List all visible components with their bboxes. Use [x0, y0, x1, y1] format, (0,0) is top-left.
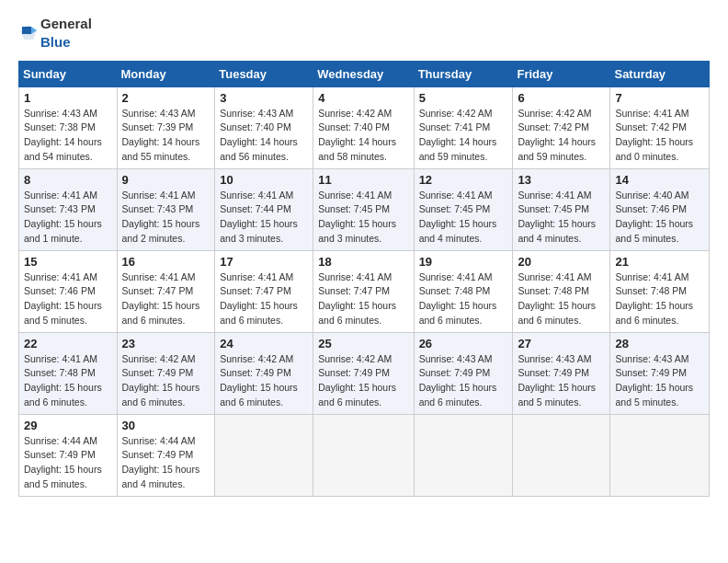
calendar-week-5: 29Sunrise: 4:44 AM Sunset: 7:49 PM Dayli… — [19, 414, 710, 496]
logo: General Blue — [18, 15, 92, 52]
calendar-cell: 20Sunrise: 4:41 AM Sunset: 7:48 PM Dayli… — [513, 250, 610, 332]
day-number: 8 — [24, 173, 112, 187]
day-number: 25 — [318, 337, 408, 350]
day-number: 20 — [518, 255, 605, 269]
day-number: 7 — [615, 91, 704, 105]
calendar-cell: 16Sunrise: 4:41 AM Sunset: 7:47 PM Dayli… — [117, 250, 215, 332]
header-thursday: Thursday — [414, 61, 513, 86]
header-tuesday: Tuesday — [215, 61, 313, 86]
day-info: Sunrise: 4:41 AM Sunset: 7:47 PM Dayligh… — [318, 270, 408, 328]
day-info: Sunrise: 4:42 AM Sunset: 7:40 PM Dayligh… — [318, 107, 408, 165]
day-number: 12 — [419, 173, 508, 187]
calendar-cell — [414, 414, 513, 496]
calendar-header-row: SundayMondayTuesdayWednesdayThursdayFrid… — [19, 61, 710, 86]
day-number: 24 — [220, 337, 308, 350]
day-info: Sunrise: 4:41 AM Sunset: 7:43 PM Dayligh… — [24, 189, 112, 247]
calendar-cell: 17Sunrise: 4:41 AM Sunset: 7:47 PM Dayli… — [215, 250, 313, 332]
day-info: Sunrise: 4:41 AM Sunset: 7:47 PM Dayligh… — [122, 270, 210, 328]
day-number: 16 — [122, 255, 210, 269]
page-header: General Blue — [18, 15, 710, 52]
day-number: 27 — [518, 337, 605, 350]
day-info: Sunrise: 4:41 AM Sunset: 7:45 PM Dayligh… — [518, 189, 605, 247]
day-info: Sunrise: 4:42 AM Sunset: 7:49 PM Dayligh… — [220, 352, 308, 410]
calendar-cell: 2Sunrise: 4:43 AM Sunset: 7:39 PM Daylig… — [117, 86, 215, 168]
calendar-table: SundayMondayTuesdayWednesdayThursdayFrid… — [18, 61, 710, 497]
day-info: Sunrise: 4:41 AM Sunset: 7:45 PM Dayligh… — [318, 189, 408, 247]
day-number: 2 — [122, 91, 210, 105]
day-number: 3 — [220, 91, 308, 105]
calendar-cell: 11Sunrise: 4:41 AM Sunset: 7:45 PM Dayli… — [313, 168, 414, 250]
calendar-cell: 25Sunrise: 4:42 AM Sunset: 7:49 PM Dayli… — [313, 332, 414, 414]
day-info: Sunrise: 4:41 AM Sunset: 7:45 PM Dayligh… — [419, 189, 508, 247]
calendar-cell: 5Sunrise: 4:42 AM Sunset: 7:41 PM Daylig… — [414, 86, 513, 168]
calendar-cell: 13Sunrise: 4:41 AM Sunset: 7:45 PM Dayli… — [513, 168, 610, 250]
day-info: Sunrise: 4:44 AM Sunset: 7:49 PM Dayligh… — [122, 434, 210, 492]
day-number: 26 — [419, 337, 508, 350]
calendar-cell: 14Sunrise: 4:40 AM Sunset: 7:46 PM Dayli… — [610, 168, 710, 250]
day-info: Sunrise: 4:42 AM Sunset: 7:49 PM Dayligh… — [318, 352, 408, 410]
calendar-cell: 18Sunrise: 4:41 AM Sunset: 7:47 PM Dayli… — [313, 250, 414, 332]
day-number: 14 — [615, 173, 704, 187]
day-number: 4 — [318, 91, 408, 105]
header-monday: Monday — [117, 61, 215, 86]
day-number: 6 — [518, 91, 605, 105]
day-info: Sunrise: 4:41 AM Sunset: 7:46 PM Dayligh… — [24, 270, 112, 328]
calendar-cell: 15Sunrise: 4:41 AM Sunset: 7:46 PM Dayli… — [19, 250, 118, 332]
calendar-cell: 29Sunrise: 4:44 AM Sunset: 7:49 PM Dayli… — [19, 414, 118, 496]
day-number: 11 — [318, 173, 408, 187]
day-number: 10 — [220, 173, 308, 187]
calendar-cell: 1Sunrise: 4:43 AM Sunset: 7:38 PM Daylig… — [19, 86, 118, 168]
day-number: 28 — [615, 337, 704, 350]
calendar-cell: 12Sunrise: 4:41 AM Sunset: 7:45 PM Dayli… — [414, 168, 513, 250]
day-number: 1 — [24, 91, 112, 105]
calendar-week-3: 15Sunrise: 4:41 AM Sunset: 7:46 PM Dayli… — [19, 250, 710, 332]
day-info: Sunrise: 4:42 AM Sunset: 7:41 PM Dayligh… — [419, 107, 508, 165]
day-info: Sunrise: 4:43 AM Sunset: 7:49 PM Dayligh… — [518, 352, 605, 410]
calendar-cell: 30Sunrise: 4:44 AM Sunset: 7:49 PM Dayli… — [117, 414, 215, 496]
day-info: Sunrise: 4:41 AM Sunset: 7:44 PM Dayligh… — [220, 189, 308, 247]
header-friday: Friday — [513, 61, 610, 86]
day-number: 9 — [122, 173, 210, 187]
day-info: Sunrise: 4:41 AM Sunset: 7:48 PM Dayligh… — [24, 352, 112, 410]
calendar-week-4: 22Sunrise: 4:41 AM Sunset: 7:48 PM Dayli… — [19, 332, 710, 414]
logo-flag-icon — [18, 23, 39, 43]
day-info: Sunrise: 4:41 AM Sunset: 7:48 PM Dayligh… — [518, 270, 605, 328]
day-number: 17 — [220, 255, 308, 269]
day-info: Sunrise: 4:42 AM Sunset: 7:42 PM Dayligh… — [518, 107, 605, 165]
day-info: Sunrise: 4:41 AM Sunset: 7:42 PM Dayligh… — [615, 107, 704, 165]
calendar-cell — [610, 414, 710, 496]
calendar-week-1: 1Sunrise: 4:43 AM Sunset: 7:38 PM Daylig… — [19, 86, 710, 168]
calendar-cell — [215, 414, 313, 496]
day-info: Sunrise: 4:43 AM Sunset: 7:40 PM Dayligh… — [220, 107, 308, 165]
day-info: Sunrise: 4:43 AM Sunset: 7:38 PM Dayligh… — [24, 107, 112, 165]
day-number: 13 — [518, 173, 605, 187]
day-number: 21 — [615, 255, 704, 269]
calendar-cell: 26Sunrise: 4:43 AM Sunset: 7:49 PM Dayli… — [414, 332, 513, 414]
day-info: Sunrise: 4:42 AM Sunset: 7:49 PM Dayligh… — [122, 352, 210, 410]
header-saturday: Saturday — [610, 61, 710, 86]
day-number: 18 — [318, 255, 408, 269]
calendar-cell: 8Sunrise: 4:41 AM Sunset: 7:43 PM Daylig… — [19, 168, 118, 250]
calendar-cell: 9Sunrise: 4:41 AM Sunset: 7:43 PM Daylig… — [117, 168, 215, 250]
calendar-cell: 23Sunrise: 4:42 AM Sunset: 7:49 PM Dayli… — [117, 332, 215, 414]
day-info: Sunrise: 4:40 AM Sunset: 7:46 PM Dayligh… — [615, 189, 704, 247]
day-info: Sunrise: 4:44 AM Sunset: 7:49 PM Dayligh… — [24, 434, 112, 492]
calendar-cell: 24Sunrise: 4:42 AM Sunset: 7:49 PM Dayli… — [215, 332, 313, 414]
day-info: Sunrise: 4:43 AM Sunset: 7:39 PM Dayligh… — [122, 107, 210, 165]
day-number: 23 — [122, 337, 210, 350]
calendar-cell — [513, 414, 610, 496]
calendar-cell: 19Sunrise: 4:41 AM Sunset: 7:48 PM Dayli… — [414, 250, 513, 332]
calendar-cell: 4Sunrise: 4:42 AM Sunset: 7:40 PM Daylig… — [313, 86, 414, 168]
calendar-cell: 10Sunrise: 4:41 AM Sunset: 7:44 PM Dayli… — [215, 168, 313, 250]
day-number: 29 — [24, 419, 112, 432]
calendar-cell: 27Sunrise: 4:43 AM Sunset: 7:49 PM Dayli… — [513, 332, 610, 414]
day-info: Sunrise: 4:43 AM Sunset: 7:49 PM Dayligh… — [615, 352, 704, 410]
day-info: Sunrise: 4:43 AM Sunset: 7:49 PM Dayligh… — [419, 352, 508, 410]
calendar-cell: 28Sunrise: 4:43 AM Sunset: 7:49 PM Dayli… — [610, 332, 710, 414]
calendar-cell: 6Sunrise: 4:42 AM Sunset: 7:42 PM Daylig… — [513, 86, 610, 168]
calendar-cell: 3Sunrise: 4:43 AM Sunset: 7:40 PM Daylig… — [215, 86, 313, 168]
day-info: Sunrise: 4:41 AM Sunset: 7:48 PM Dayligh… — [419, 270, 508, 328]
calendar-week-2: 8Sunrise: 4:41 AM Sunset: 7:43 PM Daylig… — [19, 168, 710, 250]
day-number: 5 — [419, 91, 508, 105]
day-info: Sunrise: 4:41 AM Sunset: 7:47 PM Dayligh… — [220, 270, 308, 328]
